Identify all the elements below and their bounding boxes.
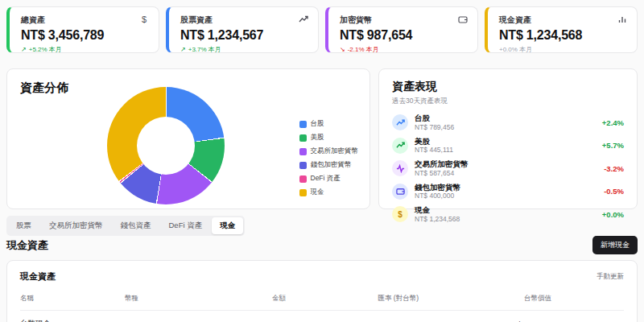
- legend-swatch: [299, 121, 307, 128]
- trend-down-icon: ↘: [340, 46, 345, 53]
- asset-name: 美股: [415, 137, 596, 147]
- col-twd-value: 台幣價值: [419, 294, 551, 303]
- cash-assets-card: 現金資產 NT$ 1,234,568 +0.0% 本月: [485, 6, 638, 53]
- donut-hole: [137, 117, 195, 175]
- asset-value: NT$ 1,234,568: [415, 215, 596, 224]
- col-currency: 幣種: [125, 294, 197, 303]
- col-name: 名稱: [20, 294, 125, 303]
- performance-list: 台股NT$ 789,456 +2.4% 美股NT$ 445,111 +5.7% …: [392, 114, 624, 224]
- cash-table-title: 現金資產: [20, 270, 56, 283]
- performance-row[interactable]: 錢包加密貨幣NT$ 400,000 -0.5%: [392, 183, 624, 201]
- legend-swatch: [299, 148, 307, 155]
- add-cash-button[interactable]: 新增現金: [592, 236, 638, 254]
- total-assets-card: 總資產 NT$ 3,456,789 ↗+5.2% 本月 $: [6, 6, 159, 53]
- asset-change: -0.5%: [604, 187, 624, 196]
- wallet-icon: [392, 184, 408, 200]
- performance-subtitle: 過去30天資產表現: [392, 97, 624, 106]
- asset-change: +0.0%: [602, 210, 624, 219]
- card-value: NT$ 3,456,789: [21, 28, 149, 43]
- tab-cash[interactable]: 現金: [212, 217, 243, 234]
- performance-row[interactable]: 台股NT$ 789,456 +2.4%: [392, 114, 624, 132]
- performance-row[interactable]: 交易所加密貨幣NT$ 587,654 -3.2%: [392, 159, 624, 178]
- legend-swatch: [299, 134, 307, 142]
- summary-cards-row: 總資產 NT$ 3,456,789 ↗+5.2% 本月 $ 股票資產 NT$ 1…: [6, 6, 638, 53]
- card-change-text: -2.1% 本月: [348, 45, 379, 54]
- tab-defi-assets[interactable]: DeFi 資產: [161, 217, 211, 234]
- card-value: NT$ 1,234,568: [499, 28, 627, 43]
- legend-label: 現金: [311, 188, 324, 197]
- legend-label: DeFi 資產: [311, 174, 341, 184]
- asset-value: NT$ 587,654: [415, 169, 597, 178]
- card-change-text: +5.2% 本月: [29, 45, 62, 54]
- legend-swatch: [299, 189, 307, 196]
- asset-value: NT$ 789,456: [415, 123, 596, 132]
- cell-name: 台幣現金: [20, 319, 125, 322]
- asset-change: -3.2%: [604, 164, 624, 173]
- legend-swatch: [299, 175, 307, 183]
- cash-section-title: 現金資產: [6, 238, 48, 253]
- card-change-text: +3.7% 本月: [188, 45, 221, 54]
- portfolio-dashboard: 總資產 NT$ 3,456,789 ↗+5.2% 本月 $ 股票資產 NT$ 1…: [0, 0, 644, 322]
- asset-performance-panel: 資產表現 過去30天資產表現 台股NT$ 789,456 +2.4% 美股NT$…: [378, 68, 638, 209]
- tab-stocks[interactable]: 股票: [8, 217, 39, 234]
- cash-table-card: 現金資產 手動更新 名稱 幣種 金額 匯率 (對台幣) 台幣價值 台幣現金 TW…: [6, 260, 638, 322]
- trending-up-icon: [392, 114, 408, 130]
- legend-swatch: [299, 162, 307, 169]
- card-change-text: +0.0% 本月: [499, 45, 532, 54]
- legend-item: 台股: [299, 119, 359, 129]
- stock-assets-card: 股票資產 NT$ 1,234,567 ↗+3.7% 本月: [166, 6, 319, 53]
- dollar-icon: $: [139, 14, 149, 24]
- card-label: 股票資產: [180, 14, 308, 26]
- legend-item: 錢包加密貨幣: [299, 160, 359, 170]
- performance-row[interactable]: $ 現金NT$ 1,234,568 +0.0%: [392, 205, 624, 224]
- legend-item: 交易所加密貨幣: [299, 147, 359, 156]
- cash-section-header: 現金資產 新增現金: [6, 236, 638, 254]
- performance-title: 資產表現: [392, 80, 624, 94]
- asset-name: 現金: [415, 205, 596, 215]
- asset-name: 交易所加密貨幣: [415, 159, 597, 169]
- trend-up-icon: ↗: [21, 46, 27, 53]
- legend-label: 台股: [311, 119, 324, 129]
- trend-up-icon: ↗: [180, 46, 186, 53]
- cash-table-header: 現金資產 手動更新: [20, 270, 624, 283]
- legend-item: 現金: [299, 188, 359, 197]
- performance-row[interactable]: 美股NT$ 445,111 +5.7%: [392, 137, 624, 155]
- table-column-headers: 名稱 幣種 金額 匯率 (對台幣) 台幣價值: [20, 294, 624, 311]
- col-rate: 匯率 (對台幣): [286, 294, 419, 303]
- asset-change: +5.7%: [602, 141, 624, 150]
- asset-distribution-panel: 資產分佈 台股 美股 交易所加密貨幣 錢包加密貨幣 DeFi 資產 現金: [6, 68, 370, 209]
- distribution-donut-chart[interactable]: [107, 87, 225, 204]
- card-label: 現金資產: [499, 14, 627, 26]
- asset-type-tabs: 股票 交易所加密貨幣 錢包資產 DeFi 資產 現金: [6, 216, 245, 236]
- wallet-icon: [458, 14, 468, 24]
- svg-text:$: $: [142, 14, 147, 24]
- trending-up-icon: [299, 14, 308, 24]
- legend-label: 美股: [311, 133, 324, 142]
- asset-change: +2.4%: [602, 118, 624, 127]
- legend-label: 錢包加密貨幣: [311, 160, 352, 170]
- card-change: ↗+5.2% 本月: [21, 45, 149, 54]
- legend-label: 交易所加密貨幣: [311, 147, 359, 156]
- manual-update-link[interactable]: 手動更新: [597, 272, 624, 282]
- col-amount: 金額: [197, 294, 286, 303]
- card-value: NT$ 987,654: [340, 28, 468, 43]
- bar-chart-icon: [617, 14, 627, 24]
- chart-legend: 台股 美股 交易所加密貨幣 錢包加密貨幣 DeFi 資產 現金: [299, 119, 359, 197]
- card-value: NT$ 1,234,567: [180, 28, 308, 43]
- asset-value: NT$ 445,111: [415, 146, 596, 155]
- crypto-assets-card: 加密貨幣 NT$ 987,654 ↘-2.1% 本月: [325, 6, 478, 53]
- asset-value: NT$ 400,000: [415, 192, 597, 200]
- legend-item: DeFi 資產: [299, 174, 359, 184]
- card-change: ↘-2.1% 本月: [340, 45, 468, 54]
- card-change: +0.0% 本月: [499, 45, 627, 54]
- card-label: 總資產: [21, 14, 149, 26]
- asset-name: 台股: [415, 114, 596, 123]
- activity-icon: [392, 160, 408, 176]
- asset-name: 錢包加密貨幣: [415, 183, 597, 192]
- tab-wallet-assets[interactable]: 錢包資產: [113, 217, 159, 234]
- tab-exchange-crypto[interactable]: 交易所加密貨幣: [41, 217, 111, 234]
- table-row: 台幣現金 TWD 500,000 1 NT$ 500,000 …: [20, 311, 624, 322]
- card-change: ↗+3.7% 本月: [180, 45, 308, 54]
- trending-up-icon: [392, 138, 408, 154]
- dollar-icon: $: [392, 206, 408, 222]
